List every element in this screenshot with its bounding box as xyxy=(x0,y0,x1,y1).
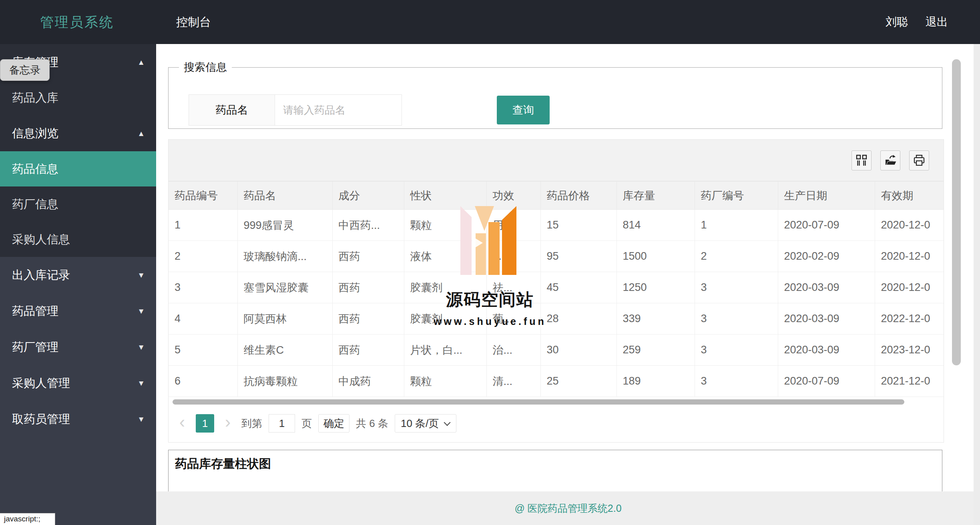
status-bar: javascript:; xyxy=(0,513,55,525)
column-header: 功效 xyxy=(486,182,540,210)
prev-page-button[interactable]: ‹ xyxy=(175,414,189,433)
sidebar-item[interactable]: 药品信息 xyxy=(0,151,156,186)
table-cell: 2020-03-09 xyxy=(778,335,875,366)
column-header: 药品名 xyxy=(237,182,332,210)
page-footer: @ 医院药品管理系统2.0 xyxy=(156,491,980,525)
table-horizontal-scrollbar xyxy=(169,397,944,407)
search-input[interactable] xyxy=(275,94,402,126)
table-cell: 2023-12-0 xyxy=(875,335,944,366)
table-cell: 3 xyxy=(695,335,778,366)
table-cell: 塞雪风湿胶囊 xyxy=(237,272,332,303)
table-cell: 28 xyxy=(540,303,617,335)
table-cell: 189 xyxy=(617,366,695,397)
column-header: 库存量 xyxy=(617,182,695,210)
sidebar-group: 取药员管理▼ xyxy=(0,401,156,437)
page-scrollbar-track xyxy=(974,44,980,525)
chart-panel: 药品库存量柱状图 xyxy=(168,450,942,491)
sidebar-group-label: 信息浏览 xyxy=(12,126,137,142)
table-cell: 胶囊剂 xyxy=(404,272,486,303)
table-viewport: 药品编号药品名成分性状功效药品价格库存量药厂编号生产日期有效期1999感冒灵中西… xyxy=(169,181,944,397)
current-user[interactable]: 刘聪 xyxy=(886,0,908,44)
column-header: 性状 xyxy=(404,182,486,210)
table-cell: 西药 xyxy=(332,272,404,303)
table-cell: 45 xyxy=(540,272,617,303)
table-cell: 1 xyxy=(695,210,778,241)
table-cell: 2020-03-09 xyxy=(778,272,875,303)
pagination-bar: ‹ 1 › 到第 页 确定 共 6 条 10 条/页 xyxy=(169,407,944,440)
sidebar-group-title[interactable]: 出入库记录▼ xyxy=(0,258,156,293)
search-panel-title: 搜索信息 xyxy=(179,60,232,74)
columns-filter-button[interactable] xyxy=(851,150,872,170)
table-cell: 1250 xyxy=(617,272,695,303)
table-cell: 999感冒灵 xyxy=(237,210,332,241)
chevron-down-icon: ▼ xyxy=(137,415,145,424)
table-row: 4阿莫西林西药胶囊剂，...葡...2833932020-03-092022-1… xyxy=(169,303,944,335)
chart-panel-title: 药品库存量柱状图 xyxy=(175,456,942,472)
medicine-table: 药品编号药品名成分性状功效药品价格库存量药厂编号生产日期有效期1999感冒灵中西… xyxy=(169,181,944,397)
export-button[interactable] xyxy=(880,150,900,170)
sidebar-group-label: 药厂管理 xyxy=(12,339,137,355)
table-cell: 片状，白... xyxy=(404,335,486,366)
sidebar-group-title[interactable]: 药品管理▼ xyxy=(0,294,156,329)
hover-tooltip: 备忘录 xyxy=(0,59,50,81)
columns-filter-icon xyxy=(855,154,868,167)
page-size-value: 10 条/页 xyxy=(401,417,439,431)
sidebar-group-title[interactable]: 采购人管理▼ xyxy=(0,366,156,401)
table-row: 2玻璃酸钠滴...西药液体...95150022020-02-092020-12… xyxy=(169,241,944,272)
current-page-button[interactable]: 1 xyxy=(196,414,214,433)
horizontal-scrollbar-thumb[interactable] xyxy=(173,399,904,405)
nav-console[interactable]: 控制台 xyxy=(176,0,211,44)
confirm-page-button[interactable]: 确定 xyxy=(318,414,349,433)
table-cell: 2022-12-0 xyxy=(875,303,944,335)
column-header: 成分 xyxy=(332,182,404,210)
sidebar-group-title[interactable]: 药厂管理▼ xyxy=(0,330,156,365)
page-size-select[interactable]: 10 条/页 xyxy=(395,414,456,433)
table-cell: 95 xyxy=(540,241,617,272)
table-cell: 胶囊剂，... xyxy=(404,303,486,335)
table-cell: 339 xyxy=(617,303,695,335)
table-cell: 2020-12-0 xyxy=(875,210,944,241)
table-cell: 中西药... xyxy=(332,210,404,241)
table-header-row: 药品编号药品名成分性状功效药品价格库存量药厂编号生产日期有效期 xyxy=(169,182,944,210)
table-row: 5维生素C西药片状，白...治...3025932020-03-092023-1… xyxy=(169,335,944,366)
table-cell: 15 xyxy=(540,210,617,241)
table-cell: 3 xyxy=(169,272,237,303)
sidebar-item[interactable]: 药品入库 xyxy=(0,80,156,115)
sidebar-group-label: 取药员管理 xyxy=(12,411,137,427)
sidebar-group: 出入库记录▼ xyxy=(0,257,156,293)
table-cell: 30 xyxy=(540,335,617,366)
sidebar-item[interactable]: 药厂信息 xyxy=(0,186,156,222)
table-cell: 抗病毒颗粒 xyxy=(237,366,332,397)
table-cell: 2020-12-0 xyxy=(875,241,944,272)
page-scrollbar-thumb[interactable] xyxy=(952,59,961,365)
chevron-down-icon: ▼ xyxy=(137,271,145,280)
print-button[interactable] xyxy=(909,150,929,170)
table-toolbar xyxy=(169,140,944,181)
table-cell: 814 xyxy=(617,210,695,241)
sidebar-group: 药厂管理▼ xyxy=(0,329,156,365)
search-button[interactable]: 查询 xyxy=(497,96,550,124)
sidebar-group-title[interactable]: 取药员管理▼ xyxy=(0,402,156,437)
table-cell: 阿莫西林 xyxy=(237,303,332,335)
table-cell: 5 xyxy=(169,335,237,366)
goto-page-input[interactable] xyxy=(269,414,295,433)
table-cell: 清... xyxy=(486,366,540,397)
sidebar-group: 采购人管理▼ xyxy=(0,365,156,401)
table-cell: 2 xyxy=(169,241,237,272)
sidebar-group-title[interactable]: 信息浏览▲ xyxy=(0,116,156,151)
top-header: 管理员系统 控制台 刘聪 退出 xyxy=(0,0,980,44)
logout-link[interactable]: 退出 xyxy=(926,0,948,44)
chevron-down-icon: ▼ xyxy=(137,343,145,352)
app-logo[interactable]: 管理员系统 xyxy=(40,0,114,44)
table-cell: 2020-07-09 xyxy=(778,210,875,241)
table-cell: 6 xyxy=(169,366,237,397)
table-cell: 3 xyxy=(695,272,778,303)
table-cell: 25 xyxy=(540,366,617,397)
table-cell: 1500 xyxy=(617,241,695,272)
sidebar-item[interactable]: 采购人信息 xyxy=(0,222,156,257)
next-page-button[interactable]: › xyxy=(221,414,235,433)
column-header: 药品价格 xyxy=(540,182,617,210)
sidebar-group-label: 采购人管理 xyxy=(12,375,137,391)
column-header: 药品编号 xyxy=(169,182,237,210)
export-icon xyxy=(884,154,897,167)
